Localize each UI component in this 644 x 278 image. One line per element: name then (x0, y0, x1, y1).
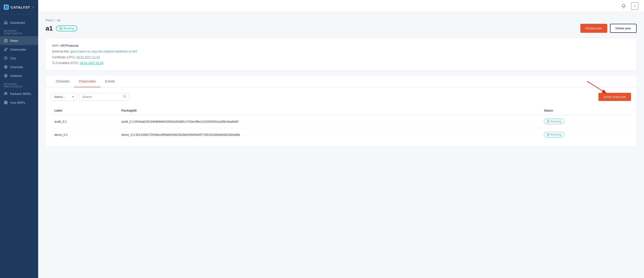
tab-events[interactable]: Events (100, 76, 120, 87)
cell-status: Running (540, 128, 631, 141)
box-icon (4, 39, 8, 43)
tabs-content: Select... ▼ (46, 87, 636, 147)
section-label-network-participants: Network participants (0, 80, 38, 89)
topbar: I (38, 0, 644, 12)
page-title-group: a1 Running (46, 25, 77, 32)
breadcrumb-separator: / (55, 18, 56, 22)
tls-row: TLS enabled (UTC): 29.01.2027 21:29 (52, 61, 630, 65)
cell-label: demo_0.1 (51, 128, 118, 141)
notification-icon[interactable] (620, 2, 627, 10)
filter-row: Select... ▼ (51, 93, 631, 101)
sidebar: CATALYST ‹ Dashboard Network components … (0, 0, 38, 278)
sidebar-logo: CATALYST (4, 5, 30, 10)
table-row: audit_0.1 audit_0.1:05cfaab291348db94b04… (51, 115, 631, 128)
search-input[interactable] (82, 95, 121, 99)
filter-select-wrapper: Select... ▼ (51, 93, 76, 101)
tab-channels[interactable]: Channels (51, 76, 74, 87)
delete-peer-button[interactable]: Delete peer (610, 24, 636, 33)
install-chaincode-button[interactable]: Install chaincode (598, 93, 631, 101)
tls-value[interactable]: 29.01.2027 21:29 (80, 61, 103, 65)
sidebar-orderers-label: Orderers (10, 74, 22, 78)
sidebar-item-channels[interactable]: Channels (0, 63, 38, 71)
col-header-label: Label (51, 107, 118, 115)
certificate-value[interactable]: 29.01.2027 21:29 (76, 55, 100, 59)
table-header: Label PackageID Status (51, 107, 631, 115)
sidebar-nav: Dashboard Network components Peers Chain… (0, 14, 38, 278)
svg-point-6 (5, 66, 6, 68)
svg-rect-9 (4, 101, 6, 102)
breadcrumb-current: a1 (57, 18, 60, 22)
sidebar-item-partners-msps[interactable]: Partners' MSPs (0, 89, 38, 98)
header-buttons: Restart peer Delete peer (580, 24, 636, 33)
svg-point-16 (547, 120, 550, 123)
external-link-value[interactable]: grpcs://peer-a1.org1.dev.catalyst.intell… (70, 50, 137, 53)
filter-select[interactable]: Select... (51, 93, 76, 101)
running-badge: Running (544, 132, 564, 138)
svg-point-7 (5, 93, 6, 94)
svg-rect-1 (6, 6, 8, 7)
arrow-container: Install chaincode (598, 93, 631, 101)
users-icon (4, 92, 8, 96)
sidebar-peers-label: Peers (10, 39, 18, 42)
content-area: Peers / a1 a1 Running Restart peer Delet… (38, 12, 644, 278)
check-circle-icon (59, 27, 62, 30)
table-body: audit_0.1 audit_0.1:05cfaab291348db94b04… (51, 115, 631, 141)
section-label-network-components: Network components (0, 27, 38, 36)
svg-rect-0 (5, 6, 6, 7)
running-badge: Running (544, 119, 564, 124)
sidebar-chaincodes-label: Chaincodes (10, 48, 26, 51)
tab-chaincodes[interactable]: Chaincodes (74, 76, 100, 87)
tabs-section: Channels Chaincodes Events Select... ▼ (46, 76, 636, 147)
main-area: I Peers / a1 a1 Running Restart p (38, 0, 644, 278)
sidebar-item-orderers[interactable]: Orderers (0, 71, 38, 80)
certificate-row: Certificate (UTC): 29.01.2027 21:29 (52, 55, 630, 59)
svg-rect-3 (6, 7, 8, 8)
shield-icon (4, 56, 8, 60)
search-wrapper (79, 93, 129, 101)
msp-value: ARTFinancial (60, 44, 78, 47)
link-icon (4, 47, 8, 51)
breadcrumb: Peers / a1 (46, 18, 636, 22)
sidebar-collapse-button[interactable]: ‹ (32, 4, 34, 10)
sidebar-dashboard-label: Dashboard (10, 21, 25, 24)
chaincodes-table: Label PackageID Status audit_0.1 audit_0… (51, 107, 631, 141)
cell-packageid: audit_0.1:05cfaab291348db94b042b54a32dd5… (118, 115, 540, 128)
check-icon (547, 133, 550, 136)
status-badge: Running (56, 25, 77, 31)
search-icon (123, 95, 126, 99)
svg-point-8 (6, 93, 7, 94)
home-icon (4, 20, 8, 25)
sidebar-item-cas[interactable]: CAs (0, 54, 38, 63)
breadcrumb-parent[interactable]: Peers (46, 18, 54, 22)
svg-rect-11 (4, 103, 6, 104)
page-header: a1 Running Restart peer Delete peer (46, 24, 636, 33)
sidebar-item-your-msps[interactable]: Your MSPs (0, 98, 38, 107)
grid-icon (4, 65, 8, 69)
logo-icon (4, 5, 9, 10)
sidebar-item-dashboard[interactable]: Dashboard (0, 18, 38, 27)
sidebar-item-chaincodes[interactable]: Chaincodes (0, 45, 38, 54)
sidebar-your-msps-label: Your MSPs (10, 101, 25, 104)
tabs-header: Channels Chaincodes Events (46, 76, 636, 87)
tls-label: TLS enabled (UTC): (52, 61, 79, 65)
sidebar-item-peers[interactable]: Peers (0, 36, 38, 45)
col-header-status: Status (540, 107, 631, 115)
info-card: MSP: ARTFinancial External link: grpcs:/… (46, 38, 636, 70)
svg-point-17 (547, 134, 550, 136)
page-title: a1 (46, 25, 53, 32)
external-link-label: External link: (52, 50, 69, 53)
grid2-icon (4, 100, 8, 105)
sidebar-header: CATALYST ‹ (0, 0, 38, 14)
status-text: Running (64, 27, 74, 30)
cell-label: audit_0.1 (51, 115, 118, 128)
layers-icon (4, 74, 8, 78)
restart-peer-button[interactable]: Restart peer (580, 24, 607, 33)
external-link-row: External link: grpcs://peer-a1.org1.dev.… (52, 50, 630, 53)
filter-left: Select... ▼ (51, 93, 129, 101)
sidebar-channels-label: Channels (10, 65, 23, 69)
check-icon (547, 120, 550, 123)
user-avatar[interactable]: I (631, 2, 638, 10)
cell-status: Running (540, 115, 631, 128)
cell-packageid: demo_0.1:2b11068172039ecd0f9dd500923b28e… (118, 128, 540, 141)
msp-label: MSP: (52, 44, 60, 47)
